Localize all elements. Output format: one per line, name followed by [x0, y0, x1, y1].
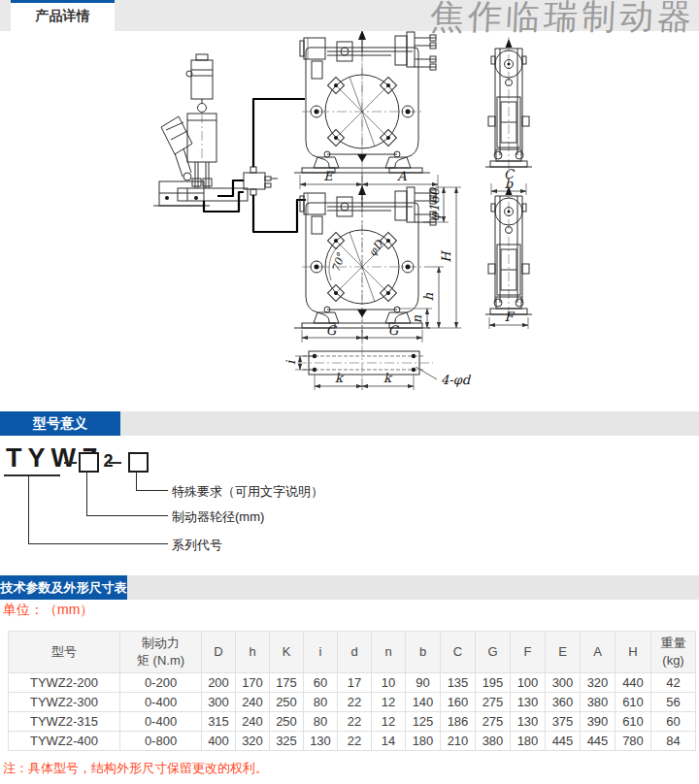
label-wheel-diameter: 制动器轮径(mm) [172, 508, 264, 526]
column-header: h [236, 632, 270, 673]
table-cell: 445 [546, 732, 581, 751]
table-cell: 180 [511, 732, 546, 751]
table-cell: 200 [202, 673, 236, 693]
dim-label-H: H [439, 250, 453, 263]
model-box-special [128, 452, 149, 473]
table-cell: 400 [202, 732, 236, 751]
dash-2 [109, 462, 121, 464]
model-meaning-diagram: TYWZ2 特殊要求（可用文字说明） 制动器轮径(mm) 系列代号 [0, 436, 699, 575]
dim-label-k1: k [335, 371, 345, 385]
column-header: A [581, 632, 616, 673]
table-cell: 610 [616, 693, 651, 712]
leader-series-v [28, 476, 29, 543]
pedal-pump-assembly [153, 54, 306, 232]
section-bar-specs: 技术参数及外形尺寸表 [0, 575, 699, 600]
footnote: 注：具体型号，结构外形尺寸保留更改的权利。 [3, 760, 268, 777]
table-cell: TYWZ2-315 [9, 712, 120, 732]
dim-label-f: F [504, 310, 515, 324]
specs-table: 型号制动力 矩 (N.m)DhKidnbCGFEAH重量 (kg) TYWZ2-… [8, 631, 696, 751]
column-header: 型号 [9, 632, 120, 673]
table-cell: 130 [511, 712, 546, 732]
column-header: d [338, 632, 372, 673]
table-cell: 0-400 [120, 693, 202, 712]
dim-label-n: n [410, 314, 424, 323]
dim-label-h: h [421, 292, 436, 301]
table-cell: 186 [441, 712, 476, 732]
leader-wheel-h [86, 515, 168, 516]
column-header: 制动力 矩 (N.m) [120, 632, 202, 673]
dim-label-a: A [396, 169, 407, 183]
column-header: b [406, 632, 441, 673]
table-cell: 380 [581, 693, 616, 712]
table-row: TYWZ2-3150-40031524025080221212518627513… [9, 712, 696, 732]
column-header: 重量 (kg) [651, 632, 696, 673]
leader-special-h [136, 490, 168, 491]
table-cell: 42 [651, 673, 696, 693]
table-cell: 325 [270, 732, 304, 751]
column-header: i [304, 632, 338, 673]
label-special-requirements: 特殊要求（可用文字说明） [172, 483, 323, 501]
table-cell: TYWZ2-300 [9, 693, 120, 712]
table-cell: 210 [441, 732, 476, 751]
table-cell: 180 [406, 732, 441, 751]
tab-product-details[interactable]: 产品详情 [11, 0, 115, 31]
front-view-upper [294, 31, 436, 178]
table-cell: 175 [270, 673, 304, 693]
table-cell: 170 [236, 673, 270, 693]
dim-label-i: i [283, 360, 298, 365]
table-row: TYWZ2-4000-80040032032513022141802103801… [9, 732, 696, 751]
table-cell: 0-400 [120, 712, 202, 732]
table-cell: 130 [304, 732, 338, 751]
table-cell: 12 [372, 712, 406, 732]
column-header: F [511, 632, 546, 673]
table-cell: 22 [338, 732, 372, 751]
front-view-lower [294, 185, 436, 333]
table-cell: 125 [406, 712, 441, 732]
table-cell: 250 [270, 693, 304, 712]
table-cell: 240 [236, 693, 270, 712]
table-cell: 315 [202, 712, 236, 732]
table-cell: 275 [476, 712, 511, 732]
column-header: n [372, 632, 406, 673]
table-cell: 320 [581, 673, 616, 693]
table-cell: 135 [441, 673, 476, 693]
column-header: C [441, 632, 476, 673]
unit-label: 单位：（mm） [3, 602, 93, 619]
table-cell: 250 [270, 712, 304, 732]
table-cell: 60 [304, 673, 338, 693]
table-cell: 140 [406, 693, 441, 712]
dim-label-g2: G [388, 323, 400, 338]
table-cell: 100 [511, 673, 546, 693]
table-cell: 380 [476, 732, 511, 751]
base-plate-figure [295, 345, 437, 390]
table-cell: 195 [476, 673, 511, 693]
table-cell: 780 [616, 732, 651, 751]
section-bar-model-meaning: 型号意义 [0, 411, 699, 436]
table-cell: 56 [651, 693, 696, 712]
dash-1 [64, 462, 77, 464]
table-cell: 130 [511, 693, 546, 712]
table-cell: TYWZ2-200 [9, 673, 120, 693]
table-cell: 80 [304, 712, 338, 732]
table-cell: 22 [338, 712, 372, 732]
dim-label-g1: G [326, 323, 338, 338]
table-cell: 90 [406, 673, 441, 693]
product-detail-page: 产品详情 焦作临瑞制动器 [0, 0, 699, 784]
table-header-row: 型号制动力 矩 (N.m)DhKidnbCGFEAH重量 (kg) [9, 632, 696, 673]
table-cell: 14 [372, 732, 406, 751]
table-cell: 80 [304, 693, 338, 712]
table-cell: 17 [338, 673, 372, 693]
tab-label: 产品详情 [36, 8, 90, 23]
table-cell: 445 [581, 732, 616, 751]
table-row: TYWZ2-3000-40030024025080221214016027513… [9, 693, 696, 712]
dim-label-e: E [323, 169, 334, 183]
table-row: TYWZ2-2000-20020017017560171090135195100… [9, 673, 696, 693]
side-view-upper [485, 37, 532, 173]
series-underline [4, 474, 60, 476]
table-cell: 12 [372, 693, 406, 712]
section-title-specs: 技术参数及外形尺寸表 [0, 575, 127, 600]
section-title-model-meaning: 型号意义 [0, 411, 120, 436]
column-header: D [202, 632, 236, 673]
table-cell: 0-200 [120, 673, 202, 693]
table-cell: TYWZ2-400 [9, 732, 120, 751]
